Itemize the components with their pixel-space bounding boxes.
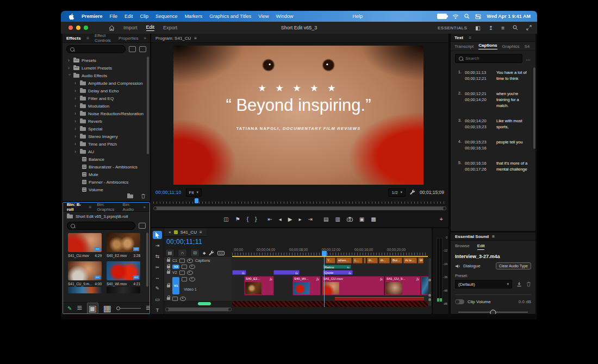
quick-export-icon[interactable] bbox=[513, 25, 518, 30]
home-icon[interactable] bbox=[109, 25, 115, 31]
nav-tab-edit[interactable]: Edit bbox=[146, 24, 155, 31]
clip-thumbnail[interactable]: ••• bbox=[107, 233, 140, 252]
captions-search-field[interactable] bbox=[465, 56, 519, 61]
chevron-right-icon[interactable]: › bbox=[74, 141, 78, 147]
menubar-clock[interactable]: Wed Apr 1 9:41 AM bbox=[487, 14, 531, 19]
caption-row[interactable]: 1. 00;00;11;1300;00;12;21 You have a lot… bbox=[454, 70, 530, 81]
chevron-right-icon[interactable]: › bbox=[74, 134, 78, 139]
caption-timecodes[interactable]: 00;00;11;1300;00;12;21 bbox=[465, 70, 493, 81]
lock-icon[interactable] bbox=[167, 285, 170, 287]
close-window-button[interactable] bbox=[68, 26, 73, 30]
video-clip[interactable]: S41_CU.movfx bbox=[322, 276, 384, 296]
preset-dropdown[interactable]: (Default)▾ bbox=[455, 280, 512, 288]
panel-menu-icon[interactable]: ≡ bbox=[492, 234, 495, 239]
track-mute-icon[interactable] bbox=[180, 297, 186, 301]
tree-item-stereo-imagery[interactable]: ›Stereo Imagery bbox=[63, 133, 150, 140]
panel-menu-icon[interactable]: ≡ bbox=[200, 230, 202, 235]
go-to-out-icon[interactable]: ⇥ bbox=[308, 216, 313, 222]
sync-lock-icon[interactable] bbox=[179, 271, 185, 275]
new-bin-icon[interactable] bbox=[127, 194, 133, 198]
source-patch-v3[interactable]: V3 bbox=[172, 265, 179, 269]
add-marker-icon[interactable]: ◆ bbox=[203, 251, 205, 255]
caption-row[interactable]: 2. 00;00;12;2100;00;14;20 when you're tr… bbox=[454, 91, 530, 109]
menu-edit[interactable]: Edit bbox=[124, 14, 133, 19]
video-clip[interactable]: S41_CU_9...fx bbox=[385, 276, 421, 296]
delete-preset-icon[interactable] bbox=[526, 281, 531, 287]
panel-menu-icon[interactable]: ≡ bbox=[194, 36, 197, 41]
clip-thumbnail[interactable]: ••• bbox=[107, 261, 140, 280]
track-name[interactable]: Video 1 bbox=[184, 287, 197, 291]
tab-clipped[interactable]: S4 bbox=[525, 44, 530, 49]
caption-clip[interactable]: W bbox=[418, 258, 423, 263]
bin-clip[interactable]: ••• S40_E2.mov3:28 bbox=[107, 233, 140, 258]
nav-tab-import[interactable]: Import bbox=[123, 25, 138, 30]
menu-file[interactable]: File bbox=[110, 14, 118, 19]
chevron-right-icon[interactable]: › bbox=[74, 103, 78, 109]
zoom-level-dropdown[interactable]: Fit▾ bbox=[186, 189, 202, 197]
track-select-tool[interactable]: ⇥ bbox=[153, 242, 162, 250]
stack-icon[interactable]: ≡ bbox=[501, 25, 504, 31]
tab-graphics[interactable]: Graphics bbox=[502, 44, 520, 49]
lock-icon[interactable] bbox=[167, 271, 170, 274]
chevron-right-icon[interactable]: › bbox=[74, 118, 78, 124]
video-clip[interactable]: S40_WI...fx bbox=[292, 276, 321, 296]
menu-sequence[interactable]: Sequence bbox=[155, 14, 178, 19]
chevron-right-icon[interactable]: › bbox=[74, 96, 78, 101]
overwrite-icon[interactable]: ▣ bbox=[359, 216, 364, 222]
freeform-view-icon[interactable]: ▦ bbox=[103, 303, 111, 313]
pen-tool[interactable]: ✎ bbox=[153, 285, 162, 293]
lock-icon[interactable] bbox=[167, 266, 170, 268]
chevron-right-icon[interactable]: › bbox=[74, 126, 78, 131]
sync-lock-icon[interactable] bbox=[182, 265, 187, 269]
panel-menu-icon[interactable]: ≡ bbox=[86, 35, 89, 41]
track-name[interactable]: Captions bbox=[195, 259, 210, 262]
tab-properties[interactable]: Properties bbox=[119, 36, 138, 41]
tree-item-audio-effects[interactable]: ›Audio Effects bbox=[63, 72, 150, 79]
tab-captions[interactable]: Captions bbox=[478, 43, 497, 49]
caption-clip[interactable] bbox=[364, 258, 366, 263]
workspaces-icon[interactable]: ◧ bbox=[475, 25, 480, 31]
graphic-clip[interactable]: fx bbox=[273, 270, 300, 275]
pen-edit-icon[interactable]: ✎ bbox=[67, 305, 72, 311]
track-visibility-eye-icon[interactable] bbox=[189, 265, 195, 269]
bin-menu-icon[interactable]: ≡ bbox=[146, 303, 150, 313]
tab-edit[interactable]: Edit bbox=[477, 243, 485, 250]
tab-bin-broll[interactable]: Bin: B-roll bbox=[67, 202, 83, 212]
ripple-edit-tool[interactable]: ⇆ bbox=[153, 253, 162, 261]
menu-window[interactable]: Window bbox=[276, 14, 294, 19]
tree-item-panner[interactable]: Panner - Ambisonics bbox=[63, 178, 150, 186]
selection-tool[interactable] bbox=[153, 231, 162, 239]
caption-clip[interactable]: when... bbox=[337, 258, 352, 263]
effects-search-input[interactable] bbox=[66, 45, 126, 53]
chevron-right-icon[interactable]: › bbox=[74, 149, 78, 154]
panel-menu-icon[interactable]: ≡ bbox=[89, 204, 91, 210]
bin-breadcrumb[interactable]: Short Edit v65_3.prproj\B-roll bbox=[76, 214, 128, 219]
step-back-icon[interactable]: ◂ bbox=[279, 216, 282, 222]
timeline-settings-wrench-icon[interactable] bbox=[209, 250, 214, 256]
chevron-right-icon[interactable]: › bbox=[68, 58, 71, 63]
spotlight-search-icon[interactable] bbox=[464, 14, 470, 19]
tree-item-binauralizer[interactable]: Binauralizer - Ambisonics bbox=[63, 163, 150, 171]
tab-overflow-icon[interactable]: » bbox=[144, 36, 146, 41]
caption-text[interactable]: people tell you bbox=[496, 139, 530, 151]
clip-thumbnail-partial[interactable] bbox=[107, 287, 140, 293]
tab-effect-controls[interactable]: Effect Controls bbox=[95, 34, 113, 43]
audio-clip-collapsed[interactable] bbox=[335, 297, 424, 300]
caption-row[interactable]: 5. 00;00;16;1600;00;17;26 that it's more… bbox=[454, 160, 530, 172]
program-scrollbar[interactable] bbox=[153, 206, 446, 210]
tree-item-amplitude[interactable]: ›Amplitude and Compression bbox=[63, 79, 150, 87]
audio-clip-hatched[interactable] bbox=[232, 301, 428, 307]
play-icon[interactable]: ▶ bbox=[288, 216, 292, 222]
tree-item-special[interactable]: ›Special bbox=[63, 125, 150, 133]
caption-timecodes[interactable]: 00;00;14;2000;00;15;23 bbox=[465, 118, 493, 130]
bin-search-input[interactable] bbox=[67, 222, 135, 230]
caption-row[interactable]: 3. 00;00;14;2000;00;15;23 Like with most… bbox=[454, 118, 530, 130]
track-label[interactable]: C1 bbox=[172, 259, 177, 262]
tree-item-presets[interactable]: ›Presets bbox=[63, 57, 150, 64]
share-icon[interactable]: ↥ bbox=[489, 25, 493, 31]
bin-scrollbar[interactable] bbox=[146, 233, 148, 287]
type-tool[interactable]: T bbox=[153, 306, 162, 314]
tab-browse[interactable]: Browse bbox=[455, 243, 470, 250]
lock-icon[interactable] bbox=[167, 297, 170, 300]
button-editor-icon[interactable]: ▩ bbox=[371, 216, 376, 222]
